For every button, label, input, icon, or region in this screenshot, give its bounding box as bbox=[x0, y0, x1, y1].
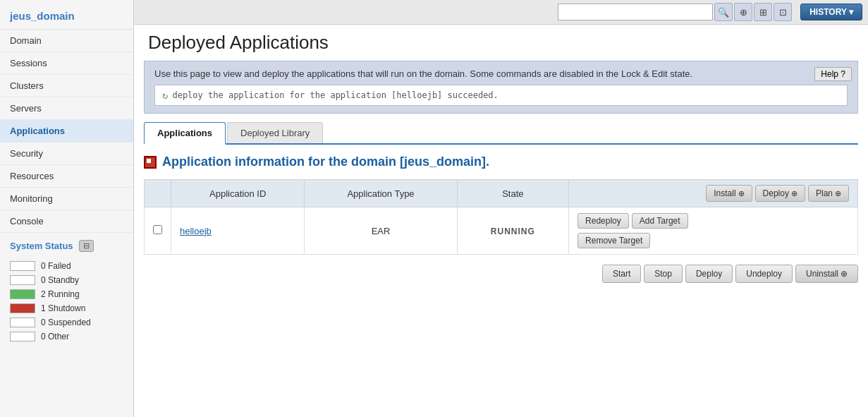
status-label: 0 Other bbox=[41, 332, 69, 342]
status-row: 0 Suspended bbox=[10, 315, 123, 330]
status-row: 0 Other bbox=[10, 330, 123, 344]
table-body: helloejbEARRUNNINGRedeployAdd TargetRemo… bbox=[145, 207, 858, 255]
col-app-id: Application ID bbox=[171, 180, 305, 207]
bottom-btn-deploy[interactable]: Deploy bbox=[685, 265, 733, 283]
section-title: Application information for the domain [… bbox=[162, 155, 489, 169]
section-heading: Application information for the domain [… bbox=[144, 155, 858, 169]
sidebar-item-applications[interactable]: Applications bbox=[0, 120, 133, 143]
page-header: Deployed Applications bbox=[134, 25, 868, 54]
status-row: 0 Failed bbox=[10, 259, 123, 273]
status-bar-empty bbox=[10, 318, 35, 327]
status-bar-empty bbox=[10, 261, 35, 271]
system-status-toggle[interactable]: ⊟ bbox=[79, 240, 94, 252]
bottom-btn-start[interactable]: Start bbox=[602, 265, 641, 283]
status-label: 0 Standby bbox=[41, 275, 79, 285]
app-name[interactable]: helloejb bbox=[171, 207, 305, 255]
applications-table: Application ID Application Type State In… bbox=[144, 179, 858, 255]
system-status-header: System Status ⊟ bbox=[0, 233, 133, 256]
sidebar-item-console[interactable]: Console bbox=[0, 210, 133, 233]
app-type: EAR bbox=[305, 207, 457, 255]
success-icon: ↻ bbox=[162, 90, 168, 101]
tab-applications[interactable]: Applications bbox=[144, 122, 226, 145]
main-content: 🔍 ⊕ ⊞ ⊡ HISTORY ▾ Deployed Applications … bbox=[134, 0, 868, 417]
sidebar: jeus_domain DomainSessionsClustersServer… bbox=[0, 0, 134, 417]
sidebar-item-resources[interactable]: Resources bbox=[0, 165, 133, 188]
sidebar-item-sessions[interactable]: Sessions bbox=[0, 52, 133, 75]
sidebar-item-security[interactable]: Security bbox=[0, 143, 133, 165]
bottom-btn-uninstall[interactable]: Uninstall ⊕ bbox=[795, 265, 858, 283]
table-header: Application ID Application Type State In… bbox=[145, 180, 858, 207]
flag-icon bbox=[144, 156, 157, 169]
status-bar-empty bbox=[10, 275, 35, 285]
action-btns-header: Install ⊕Deploy ⊕Plan ⊕ bbox=[577, 185, 849, 202]
grid-icon-btn[interactable]: ⊞ bbox=[754, 3, 772, 21]
app-state: RUNNING bbox=[457, 207, 568, 255]
col-state: State bbox=[457, 180, 568, 207]
action-btn-deploy[interactable]: Deploy ⊕ bbox=[755, 185, 805, 202]
row-checkbox-cell bbox=[145, 207, 171, 255]
system-status-label: System Status bbox=[10, 241, 73, 251]
col-app-type: Application Type bbox=[305, 180, 457, 207]
sidebar-item-domain[interactable]: Domain bbox=[0, 30, 133, 52]
sidebar-item-monitoring[interactable]: Monitoring bbox=[0, 188, 133, 210]
col-actions: Install ⊕Deploy ⊕Plan ⊕ bbox=[569, 180, 858, 207]
row-btn-remove-target[interactable]: Remove Target bbox=[577, 233, 650, 248]
sidebar-item-clusters[interactable]: Clusters bbox=[0, 75, 133, 97]
sidebar-item-servers[interactable]: Servers bbox=[0, 97, 133, 120]
table-row: helloejbEARRUNNINGRedeployAdd TargetRemo… bbox=[145, 207, 858, 255]
row-btn-redeploy[interactable]: Redeploy bbox=[577, 213, 629, 229]
success-text: deploy the application for the applicati… bbox=[172, 90, 498, 100]
row-actions: RedeployAdd TargetRemove Target bbox=[569, 207, 858, 255]
status-row: 2 Running bbox=[10, 287, 123, 301]
search-area: 🔍 ⊕ ⊞ ⊡ bbox=[140, 3, 797, 21]
search-icon-btn[interactable]: 🔍 bbox=[714, 3, 733, 21]
bottom-btn-stop[interactable]: Stop bbox=[644, 265, 683, 283]
view-icon-btn[interactable]: ⊡ bbox=[774, 3, 792, 21]
help-button[interactable]: Help ? bbox=[814, 67, 852, 81]
header-checkbox-cell bbox=[145, 180, 171, 207]
refresh-icon-btn[interactable]: ⊕ bbox=[734, 3, 752, 21]
bottom-btn-undeploy[interactable]: Undeploy bbox=[735, 265, 793, 283]
tab-deployed-library[interactable]: Deployed Library bbox=[227, 122, 323, 143]
top-bar: 🔍 ⊕ ⊞ ⊡ HISTORY ▾ bbox=[134, 0, 868, 25]
status-label: 1 Shutdown bbox=[41, 303, 85, 313]
status-row: 0 Standby bbox=[10, 273, 123, 287]
status-bar-red bbox=[10, 303, 35, 313]
status-label: 0 Suspended bbox=[41, 318, 91, 327]
tabs-row: ApplicationsDeployed Library bbox=[144, 122, 858, 145]
status-bar-empty bbox=[10, 332, 35, 342]
info-text: Use this page to view and deploy the app… bbox=[154, 68, 692, 79]
bottom-buttons: StartStopDeployUndeployUninstall ⊕ bbox=[144, 265, 858, 283]
content-area: Application information for the domain [… bbox=[134, 145, 868, 293]
action-btn-plan[interactable]: Plan ⊕ bbox=[808, 185, 849, 202]
history-button[interactable]: HISTORY ▾ bbox=[800, 4, 862, 20]
status-bar-green bbox=[10, 289, 35, 299]
action-btn-install[interactable]: Install ⊕ bbox=[706, 185, 752, 202]
nav-list: DomainSessionsClustersServersApplication… bbox=[0, 30, 133, 233]
search-input[interactable] bbox=[558, 4, 713, 20]
info-box: Use this page to view and deploy the app… bbox=[144, 61, 858, 114]
app-name-link[interactable]: helloejb bbox=[180, 226, 212, 236]
status-list: 0 Failed0 Standby2 Running1 Shutdown0 Su… bbox=[0, 256, 133, 351]
row-checkbox[interactable] bbox=[153, 225, 162, 234]
page-title: Deployed Applications bbox=[148, 32, 329, 54]
status-label: 0 Failed bbox=[41, 261, 71, 271]
success-message: ↻ deploy the application for the applica… bbox=[154, 85, 848, 106]
status-label: 2 Running bbox=[41, 289, 80, 299]
status-row: 1 Shutdown bbox=[10, 301, 123, 315]
row-btn-add-target[interactable]: Add Target bbox=[632, 213, 688, 229]
domain-title[interactable]: jeus_domain bbox=[0, 0, 133, 30]
